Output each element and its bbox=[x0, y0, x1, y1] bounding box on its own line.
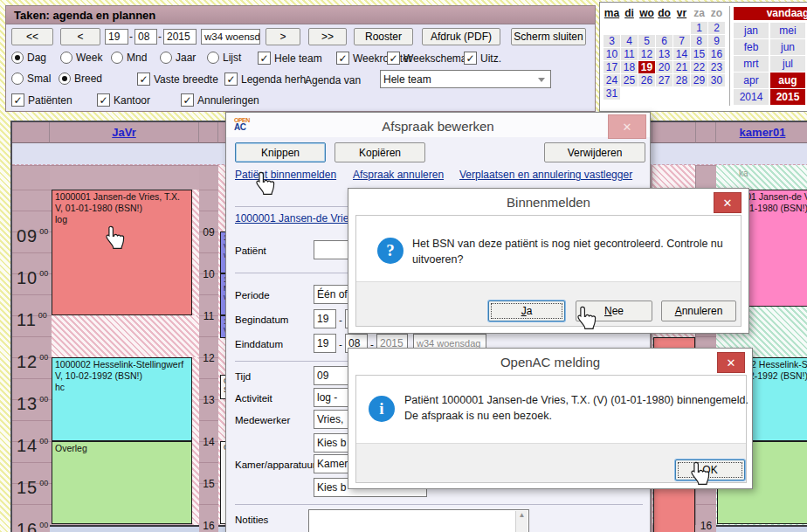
calendar-day[interactable]: 15 bbox=[691, 48, 707, 60]
nav-next-button[interactable]: > bbox=[266, 28, 300, 45]
calendar-month[interactable]: 2014 bbox=[734, 89, 769, 105]
calendar-day[interactable]: 19 bbox=[638, 61, 655, 73]
appointment-javr-morning[interactable]: 1000001 Jansen-de Vries, T.X. V, 01-01-1… bbox=[52, 190, 192, 315]
nee-button[interactable]: Nee bbox=[576, 301, 652, 321]
calendar-day[interactable]: 12 bbox=[638, 48, 655, 60]
notities-textarea[interactable]: ▲▼ bbox=[308, 509, 529, 532]
calendar-day[interactable] bbox=[621, 87, 638, 100]
checkbox-kantoor[interactable]: ✓Kantoor bbox=[97, 93, 150, 107]
verwijderen-button[interactable]: Verwijderen bbox=[544, 142, 645, 162]
afspraak-annuleren-link[interactable]: Afspraak annuleren bbox=[353, 169, 444, 181]
agenda-column-header-kamer01[interactable]: kamer01 bbox=[716, 122, 807, 143]
radio-jaar[interactable]: Jaar bbox=[160, 52, 196, 64]
calendar-month[interactable]: jan bbox=[734, 23, 769, 38]
calendar-day[interactable]: 17 bbox=[604, 61, 620, 73]
calendar-day[interactable]: 21 bbox=[673, 61, 690, 73]
scherm-sluiten-button[interactable]: Scherm sluiten bbox=[511, 28, 586, 45]
calendar-month[interactable]: apr bbox=[734, 73, 769, 88]
checkbox-vaste-breedte[interactable]: ✓Vaste breedte bbox=[137, 73, 218, 86]
checkbox-uitz[interactable]: ✓Uitz. bbox=[464, 52, 501, 65]
calendar-day[interactable] bbox=[604, 22, 620, 34]
calendar-day[interactable] bbox=[708, 87, 725, 100]
radio-breed[interactable]: Breed bbox=[59, 73, 102, 85]
appointment-javr-overleg[interactable]: Overleg bbox=[52, 441, 192, 524]
calendar-day[interactable]: 11 bbox=[621, 48, 638, 60]
calendar-month[interactable]: mei bbox=[770, 23, 805, 38]
calendar-day[interactable] bbox=[656, 22, 672, 34]
calendar-month[interactable]: feb bbox=[734, 39, 769, 55]
agenda-column-header-javr[interactable]: JaVr bbox=[50, 122, 199, 143]
radio-lijst[interactable]: Lijst bbox=[207, 52, 241, 64]
patient-binnenmelden-link[interactable]: Patiënt binnenmelden bbox=[235, 169, 336, 181]
radio-mnd[interactable]: Mnd bbox=[111, 52, 147, 64]
calendar-day[interactable]: 5 bbox=[638, 35, 655, 47]
agenda-van-select[interactable]: Hele team bbox=[380, 70, 551, 88]
calendar-day[interactable]: 9 bbox=[708, 35, 725, 47]
nav-next-fast-button[interactable]: >> bbox=[308, 28, 347, 45]
calendar-month[interactable]: 2015 bbox=[770, 89, 805, 105]
calendar-day[interactable]: 6 bbox=[656, 35, 672, 47]
begin-day-input[interactable]: 19 bbox=[314, 309, 336, 328]
verplaatsen-link[interactable]: Verplaatsen en annulering vastlegger bbox=[459, 169, 632, 181]
calendar-day[interactable]: 16 bbox=[708, 48, 725, 60]
calendar-day[interactable]: 20 bbox=[656, 61, 672, 73]
calendar-vandaag-button[interactable]: vandaag bbox=[734, 7, 807, 20]
calendar-day[interactable]: 26 bbox=[638, 74, 655, 86]
checkbox-annuleringen[interactable]: ✓Annuleringen bbox=[181, 93, 259, 107]
calendar-day[interactable]: 13 bbox=[656, 48, 672, 60]
calendar-day[interactable]: 24 bbox=[604, 74, 620, 86]
calendar-day[interactable]: 18 bbox=[621, 61, 638, 73]
calendar-day[interactable] bbox=[656, 87, 672, 100]
calendar-day[interactable] bbox=[638, 87, 655, 100]
calendar-day[interactable] bbox=[638, 22, 655, 34]
calendar-day[interactable]: 29 bbox=[691, 74, 707, 86]
radio-smal[interactable]: Smal bbox=[11, 73, 51, 85]
calendar-day[interactable]: 27 bbox=[656, 74, 672, 86]
kopieren-button[interactable]: Kopiëren bbox=[335, 142, 425, 162]
calendar-day[interactable] bbox=[621, 22, 638, 34]
calendar-day[interactable]: 8 bbox=[691, 35, 707, 47]
calendar-day[interactable]: 25 bbox=[621, 74, 638, 86]
checkbox-weekschemas[interactable]: ✓Weekschema's bbox=[387, 52, 474, 65]
eind-day-input[interactable]: 19 bbox=[314, 334, 336, 353]
calendar-day[interactable] bbox=[673, 87, 690, 100]
calendar-day[interactable]: 23 bbox=[708, 61, 725, 73]
knippen-button[interactable]: Knippen bbox=[235, 142, 326, 162]
ja-button[interactable]: Ja bbox=[488, 301, 565, 321]
calendar-day[interactable]: 10 bbox=[604, 48, 620, 60]
calendar-day[interactable]: 1 bbox=[691, 22, 707, 34]
calendar-month[interactable]: aug bbox=[770, 73, 805, 88]
calendar-month[interactable]: jul bbox=[770, 56, 805, 72]
scrollbar[interactable]: ▲▼ bbox=[515, 511, 528, 532]
checkbox-patienten[interactable]: ✓Patiënten bbox=[11, 93, 72, 107]
annuleren-button[interactable]: Annuleren bbox=[661, 301, 736, 321]
calendar-day[interactable] bbox=[673, 22, 690, 34]
checkbox-hele-team[interactable]: ✓Hele team bbox=[258, 52, 322, 65]
date-day-input[interactable]: 19 bbox=[105, 29, 128, 45]
calendar-day[interactable]: 28 bbox=[673, 74, 690, 86]
calendar-day[interactable]: 7 bbox=[673, 35, 690, 47]
date-year-input[interactable]: 2015 bbox=[163, 29, 197, 45]
close-icon[interactable]: ✕ bbox=[717, 352, 745, 373]
ok-button[interactable]: OK bbox=[675, 459, 745, 480]
calendar-day[interactable]: 2 bbox=[708, 22, 725, 34]
calendar-day[interactable]: 3 bbox=[604, 35, 620, 47]
close-icon[interactable]: ✕ bbox=[714, 192, 741, 213]
calendar-day[interactable]: 4 bbox=[621, 35, 638, 47]
close-icon[interactable]: ✕ bbox=[608, 114, 646, 139]
calendar-day[interactable]: 30 bbox=[708, 74, 725, 86]
calendar-day[interactable] bbox=[691, 87, 707, 100]
appointment-javr-afternoon[interactable]: 1000002 Hesselink-Stellingwerf V, 10-02-… bbox=[52, 357, 192, 441]
calendar-day[interactable]: 14 bbox=[673, 48, 690, 60]
date-month-input[interactable]: 08 bbox=[134, 29, 157, 45]
calendar-month[interactable]: mrt bbox=[734, 56, 769, 72]
nav-prev-button[interactable]: < bbox=[60, 28, 100, 45]
radio-dag[interactable]: Dag bbox=[11, 52, 46, 64]
calendar-month[interactable]: jun bbox=[770, 39, 805, 55]
nav-prev-fast-button[interactable]: << bbox=[11, 28, 53, 45]
radio-week[interactable]: Week bbox=[60, 52, 102, 64]
afdruk-pdf-button[interactable]: Afdruk (PDF) bbox=[422, 28, 500, 45]
rooster-button[interactable]: Rooster bbox=[354, 28, 413, 45]
calendar-day[interactable]: 22 bbox=[691, 61, 707, 73]
calendar-day[interactable]: 31 bbox=[604, 87, 620, 100]
